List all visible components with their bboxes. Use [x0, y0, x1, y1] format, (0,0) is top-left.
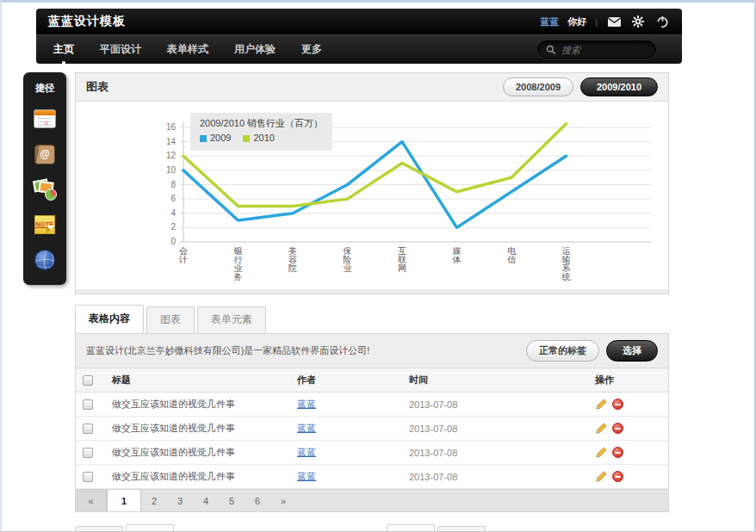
svg-text:互联网: 互联网 [398, 246, 406, 273]
article-date: 2013-07-08 [409, 448, 457, 458]
column-date: 时间 [402, 368, 588, 393]
svg-text:6: 6 [170, 194, 176, 203]
app-title: 蓝蓝设计模板 [48, 14, 126, 29]
delete-minus-icon[interactable] [612, 423, 623, 434]
pagination-page-6[interactable]: 6 [245, 490, 270, 511]
mail-icon[interactable] [606, 15, 622, 28]
row-checkbox[interactable] [83, 399, 93, 410]
articles-table: 标题 作者 时间 操作 做交互应该知道的视觉几件事 蓝蓝 2013-07-08 [76, 368, 668, 489]
table-panel: 蓝蓝设计(北京兰亭妙微科技有限公司)是一家精品软件界面设计公司! 正常的标签 选… [75, 333, 669, 512]
line-chart: 0246810121416会计银行业务美容院保险业互联网媒体电信运输系统 200… [76, 102, 668, 289]
edit-pencil-icon[interactable] [595, 422, 608, 435]
content-tabs: 表格内容 图表 表单元素 [75, 305, 669, 333]
edit-pencil-icon[interactable] [595, 470, 608, 483]
table-row: 做交互应该知道的视觉几件事 蓝蓝 2013-07-08 [76, 465, 668, 489]
legend-item-2010: 2010 [243, 132, 274, 145]
pagination-next[interactable]: » [270, 490, 296, 511]
chart-panel-title: 图表 [86, 79, 108, 95]
legend-item-2009: 2009 [200, 132, 231, 145]
author-link[interactable]: 蓝蓝 [297, 447, 316, 457]
svg-text:美容院: 美容院 [288, 246, 297, 273]
row-checkbox[interactable] [83, 448, 93, 458]
tab-catalog[interactable]: 目录 [387, 524, 435, 532]
table-row: 做交互应该知道的视觉几件事 蓝蓝 2013-07-08 [76, 441, 668, 465]
nav-item-more[interactable]: 更多 [301, 42, 322, 57]
year-2009-2010-button[interactable]: 2009/2010 [580, 77, 658, 96]
edit-pencil-icon[interactable] [595, 446, 608, 459]
power-icon[interactable] [654, 15, 670, 28]
svg-text:电信: 电信 [507, 246, 517, 264]
pagination-page-3[interactable]: 3 [167, 490, 193, 511]
article-title: 做交互应该知道的视觉几件事 [105, 441, 290, 465]
pagination-prev[interactable]: « [76, 490, 107, 511]
year-2008-2009-button[interactable]: 2008/2009 [503, 77, 573, 96]
pagination: « 1 2 3 4 5 6 » [76, 489, 668, 511]
line-chart-svg: 0246810121416会计银行业务美容院保险业互联网媒体电信运输系统 [76, 102, 668, 289]
delete-minus-icon[interactable] [612, 447, 623, 458]
svg-text:16: 16 [166, 122, 177, 132]
normal-tag-button[interactable]: 正常的标签 [526, 340, 599, 362]
table-row: 做交互应该知道的视觉几件事 蓝蓝 2013-07-08 [76, 417, 668, 441]
row-checkbox[interactable] [83, 472, 93, 482]
article-date: 2013-07-08 [409, 424, 457, 434]
pagination-page-1[interactable]: 1 [107, 490, 141, 511]
column-author: 作者 [290, 368, 402, 393]
search-box [537, 40, 656, 59]
tab-form-elements[interactable]: 表单元素 [197, 306, 266, 333]
sticky-note-icon[interactable]: NOTE [33, 213, 57, 236]
nav-item-form-styles[interactable]: 表单样式 [167, 42, 208, 57]
tab-chart[interactable]: 图表 [146, 306, 195, 333]
shortcuts-title: 捷径 [35, 82, 54, 95]
svg-text:保险业: 保险业 [343, 246, 352, 273]
nav-item-user-experience[interactable]: 用户体验 [234, 42, 276, 57]
catalog-image-panel-right: 目录 形象 正常的标签 选择 [387, 524, 670, 532]
svg-text:银行业务: 银行业务 [234, 246, 243, 281]
nav-item-graphic-design[interactable]: 平面设计 [100, 42, 141, 57]
author-link[interactable]: 蓝蓝 [297, 471, 316, 481]
svg-text:8: 8 [170, 180, 176, 189]
pagination-page-5[interactable]: 5 [219, 490, 245, 511]
address-book-icon[interactable]: @ [33, 143, 57, 165]
user-greeting: 你好 [567, 15, 586, 28]
tab-image[interactable]: 形象 [437, 526, 486, 532]
search-input[interactable] [561, 45, 648, 55]
top-bar: 蓝蓝设计模板 蓝蓝 你好 | [36, 9, 682, 34]
column-actions: 操作 [588, 368, 668, 393]
article-date: 2013-07-08 [409, 472, 457, 482]
table-header-row: 标题 作者 时间 操作 [76, 368, 668, 393]
svg-text:媒体: 媒体 [452, 246, 462, 264]
globe-icon[interactable] [33, 249, 57, 271]
main-content: 图表 2008/2009 2009/2010 0246810121416会计银行… [75, 72, 669, 532]
photos-pie-icon[interactable] [33, 178, 57, 201]
select-button[interactable]: 选择 [606, 340, 658, 362]
delete-minus-icon[interactable] [612, 399, 623, 410]
calendar-icon[interactable] [33, 108, 57, 130]
shortcuts-sidebar: 捷径 @ NOTE [23, 72, 66, 285]
delete-minus-icon[interactable] [612, 471, 623, 482]
row-checkbox[interactable] [83, 424, 93, 434]
edit-pencil-icon[interactable] [595, 398, 608, 411]
catalog-image-panel-left: 目录 形象 正常的标签 选择 [75, 524, 358, 532]
column-title: 标题 [105, 368, 290, 393]
author-link[interactable]: 蓝蓝 [297, 399, 316, 409]
article-date: 2013-07-08 [409, 399, 457, 410]
gear-icon[interactable] [630, 15, 646, 28]
article-title: 做交互应该知道的视觉几件事 [105, 417, 290, 441]
svg-text:10: 10 [166, 165, 177, 175]
chart-legend: 2009/2010 销售行业（百万） 2009 2010 [190, 113, 332, 151]
pagination-page-2[interactable]: 2 [141, 490, 167, 511]
tab-image[interactable]: 形象 [126, 524, 174, 532]
description-row: 蓝蓝设计(北京兰亭妙微科技有限公司)是一家精品软件界面设计公司! 正常的标签 选… [76, 334, 668, 368]
author-link[interactable]: 蓝蓝 [297, 423, 316, 433]
chart-panel: 图表 2008/2009 2009/2010 0246810121416会计银行… [75, 72, 669, 294]
bottom-panels: 目录 形象 正常的标签 选择 目录 形象 正常的标签 选择 [75, 524, 669, 532]
tab-catalog[interactable]: 目录 [75, 526, 123, 532]
table-row: 做交互应该知道的视觉几件事 蓝蓝 2013-07-08 [76, 393, 668, 417]
tab-table-content[interactable]: 表格内容 [75, 305, 144, 333]
select-all-checkbox[interactable] [83, 375, 93, 386]
user-name-link[interactable]: 蓝蓝 [540, 15, 559, 28]
divider: | [595, 16, 598, 27]
company-description: 蓝蓝设计(北京兰亭妙微科技有限公司)是一家精品软件界面设计公司! [86, 344, 369, 357]
pagination-page-4[interactable]: 4 [193, 490, 219, 511]
nav-item-home[interactable]: 主页 [53, 42, 74, 57]
